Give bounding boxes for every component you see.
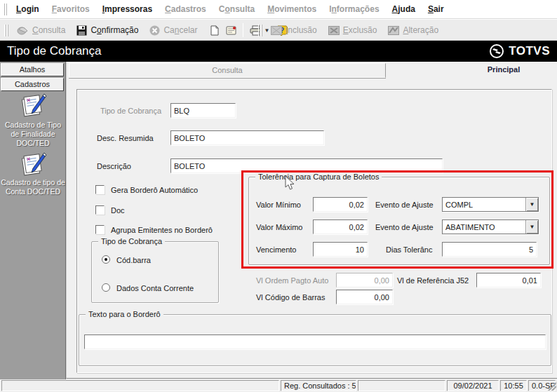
valor-maximo-label: Valor Máximo — [256, 223, 302, 231]
dados-conta-label: Dados Conta Corrente — [116, 284, 194, 292]
tipo-cobranca-groupbox: Tipo de Cobrança — [91, 241, 219, 303]
toolbar-gripper[interactable] — [4, 25, 6, 36]
sidebar: Atalhos Cadastros Cadastro de Tipo de Fi… — [0, 62, 66, 380]
evento-ajuste-2-label: Evento de Ajuste — [375, 223, 434, 231]
toolbar-separator — [243, 23, 243, 37]
menu-item-sair[interactable]: Sair — [422, 4, 450, 14]
dados-conta-radio[interactable] — [102, 283, 110, 292]
vl-referencia-input[interactable] — [476, 273, 541, 288]
gera-bordero-label: Gera Borderô Automático — [111, 186, 198, 194]
texto-bordero-group-title: Texto para o Borderô — [86, 310, 163, 318]
dias-toleranc-input[interactable] — [442, 242, 537, 257]
chevron-down-icon[interactable]: ▼ — [525, 198, 538, 211]
alteracao-icon — [388, 26, 399, 35]
resize-grip[interactable] — [548, 382, 556, 391]
vl-ordem-pagto-label: Vl Ordem Pagto Auto — [256, 276, 328, 285]
consulta-button[interactable]: Consulta — [11, 22, 71, 39]
menu-item-favoritos[interactable]: Favoritos — [46, 4, 96, 14]
doc-checkbox[interactable] — [95, 205, 105, 215]
evento-ajuste-1-value: COMPL — [443, 201, 525, 209]
page-title: Tipo de Cobrança — [7, 44, 102, 58]
vl-codigo-barras-label: Vl Código de Barras — [256, 293, 325, 302]
sidebar-item-finalidade[interactable]: Cadastro de Tipo de Finalidade DOC/TED — [0, 121, 66, 148]
sidebar-item-conta[interactable]: Cadastro de tipo de Conta DOC/TED — [0, 178, 66, 196]
save-icon — [76, 25, 87, 36]
alteracao-button[interactable]: Alteração — [382, 22, 444, 39]
properties-button[interactable] — [222, 25, 240, 35]
new-document-icon — [210, 25, 219, 36]
totvs-logo-icon — [489, 43, 504, 59]
doc-label: Doc — [111, 206, 125, 215]
menu-item-informacoes[interactable]: Informações — [323, 4, 385, 14]
application-window: Login Favoritos Impressoras Cadastros Co… — [0, 0, 557, 392]
texto-bordero-input[interactable] — [84, 334, 546, 349]
agrupa-emitentes-label: Agrupa Emitentes no Borderô — [111, 226, 213, 234]
descricao-input[interactable] — [170, 158, 443, 173]
vl-referencia-label: Vl de Referência J52 — [397, 276, 469, 285]
confirmacao-button[interactable]: Confirmação — [71, 22, 144, 39]
menu-item-login[interactable]: Login — [10, 4, 46, 14]
vencimento-input[interactable] — [313, 242, 368, 257]
agrupa-emitentes-checkbox[interactable] — [95, 225, 105, 234]
evento-ajuste-2-value: ABATIMENTO — [443, 223, 525, 231]
descricao-label: Descrição — [97, 162, 131, 170]
toolbar: Consulta Confirmação Cancelar — [0, 19, 557, 41]
tipo-cobranca-input[interactable] — [170, 103, 236, 118]
vl-ordem-pagto-input — [336, 273, 393, 288]
status-bar: Reg. Consultados : 5 09/02/2021 10:55 0.… — [0, 379, 557, 392]
valor-maximo-input[interactable] — [313, 219, 368, 234]
desc-resumida-input[interactable] — [170, 130, 324, 145]
cadastro-finalidade-icon[interactable] — [19, 93, 47, 119]
valor-minimo-label: Valor Mínimo — [256, 201, 301, 209]
sidebar-tab-cadastros[interactable]: Cadastros — [1, 78, 64, 91]
sidebar-tab-atalhos[interactable]: Atalhos — [1, 63, 64, 76]
menu-item-consulta[interactable]: Consulta — [213, 4, 261, 14]
status-cell-empty-1 — [1, 380, 279, 391]
menu-bar: Login Favoritos Impressoras Cadastros Co… — [0, 0, 557, 19]
consulta-icon — [17, 25, 29, 36]
evento-ajuste-1-label: Evento de Ajuste — [375, 201, 434, 209]
tab-consulta[interactable]: Consulta — [69, 63, 386, 78]
menu-item-cadastros[interactable]: Cadastros — [159, 4, 213, 14]
cadastro-conta-icon[interactable] — [19, 151, 47, 178]
tab-principal[interactable]: Principal — [388, 63, 557, 78]
tolerancia-group-title: Tolerência para Captura de Boletos — [255, 173, 382, 181]
new-document-button[interactable] — [207, 25, 222, 36]
cod-barra-radio[interactable] — [102, 255, 110, 264]
vl-codigo-barras-input[interactable] — [336, 290, 393, 304]
gera-bordero-checkbox[interactable] — [95, 185, 105, 194]
tipo-cobranca-group-title: Tipo de Cobrança — [98, 237, 165, 245]
status-cell-empty-2 — [358, 380, 445, 391]
chevron-down-icon[interactable]: ▼ — [525, 220, 538, 234]
tipo-cobranca-label: Tipo de Cobrança — [100, 107, 161, 115]
status-registros: Reg. Consultados : 5 — [281, 380, 356, 391]
toolbar-gripper[interactable] — [258, 25, 260, 36]
toolbar-gripper[interactable] — [3, 4, 5, 15]
inclusao-icon — [271, 26, 282, 35]
cancelar-button[interactable]: Cancelar — [144, 22, 203, 39]
evento-ajuste-1-combo[interactable]: COMPL ▼ — [442, 197, 539, 212]
cod-barra-label: Cód.barra — [116, 256, 151, 264]
exclusao-icon — [328, 26, 340, 35]
cancel-icon — [149, 25, 160, 36]
menu-item-ajuda[interactable]: Ajuda — [386, 4, 422, 14]
exclusao-button[interactable]: Exclusão — [323, 22, 383, 39]
totvs-logo: TOTVS — [489, 43, 550, 59]
inclusao-button[interactable]: Inclusão — [265, 22, 323, 39]
status-date: 09/02/2021 — [447, 380, 499, 391]
status-time: 10:55 — [500, 380, 527, 391]
desc-resumida-label: Desc. Resumida — [97, 134, 154, 142]
evento-ajuste-2-combo[interactable]: ABATIMENTO ▼ — [442, 219, 539, 234]
properties-icon — [226, 25, 236, 35]
valor-minimo-input[interactable] — [313, 197, 368, 212]
app-header: Tipo de Cobrança TOTVS — [0, 41, 557, 62]
totvs-logo-text: TOTVS — [509, 44, 550, 58]
dias-toleranc-label: Dias Tolerânc — [386, 245, 432, 254]
vencimento-label: Vencimento — [256, 245, 296, 254]
menu-item-movimentos[interactable]: Movimentos — [261, 4, 323, 14]
menu-item-impressoras[interactable]: Impressoras — [96, 4, 159, 14]
